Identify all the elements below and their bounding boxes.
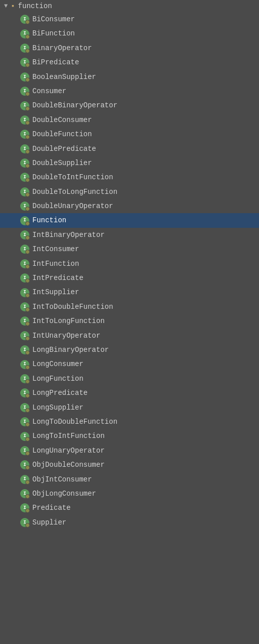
tree-item[interactable]: ISupplier: [0, 515, 259, 530]
class-icon: I: [20, 345, 29, 354]
tree-item[interactable]: IIntBinaryOperator: [0, 228, 259, 242]
tree-item[interactable]: IBiConsumer: [0, 12, 259, 26]
item-label: Function: [32, 215, 66, 226]
class-icon: I: [20, 331, 29, 340]
class-icon: I: [20, 432, 29, 441]
tree-items-list: IBiConsumerIBiFunctionIBinaryOperatorIBi…: [0, 12, 259, 530]
class-icon: I: [20, 202, 29, 211]
tree-item[interactable]: IIntSupplier: [0, 285, 259, 299]
class-icon: I: [20, 29, 29, 38]
item-label: IntFunction: [32, 258, 79, 269]
tree-item[interactable]: IIntToLongFunction: [0, 314, 259, 328]
tree-item[interactable]: IDoubleToLongFunction: [0, 185, 259, 199]
tree-item[interactable]: IPredicate: [0, 501, 259, 515]
item-label: Consumer: [32, 86, 66, 97]
tree-item[interactable]: IObjLongConsumer: [0, 487, 259, 501]
item-label: BiConsumer: [32, 14, 75, 25]
item-label: BooleanSupplier: [32, 71, 96, 83]
class-icon: I: [20, 388, 29, 397]
tree-item[interactable]: IObjDoubleConsumer: [0, 458, 259, 472]
class-icon: I: [20, 58, 29, 67]
class-icon: I: [20, 87, 29, 96]
tree-item[interactable]: ILongPredicate: [0, 386, 259, 400]
item-label: LongToIntFunction: [32, 430, 105, 441]
tree-item[interactable]: ILongConsumer: [0, 357, 259, 371]
tree-item[interactable]: IDoubleUnaryOperator: [0, 199, 259, 213]
class-icon: I: [20, 115, 29, 125]
item-label: DoubleConsumer: [32, 114, 92, 126]
class-icon: I: [20, 158, 29, 168]
item-label: IntBinaryOperator: [32, 229, 105, 240]
tree-container: ▼ ▪ function IBiConsumerIBiFunctionIBina…: [0, 0, 259, 530]
tree-item[interactable]: ILongBinaryOperator: [0, 343, 259, 357]
tree-header[interactable]: ▼ ▪ function: [0, 0, 259, 12]
tree-item[interactable]: ILongUnaryOperator: [0, 444, 259, 458]
class-icon: I: [20, 403, 29, 412]
tree-item[interactable]: ILongToIntFunction: [0, 429, 259, 443]
class-icon: I: [20, 230, 29, 239]
item-label: DoubleFunction: [32, 129, 92, 140]
class-icon: I: [20, 144, 29, 153]
class-icon: I: [20, 245, 29, 254]
item-label: ObjDoubleConsumer: [32, 459, 105, 470]
item-label: IntSupplier: [32, 287, 79, 298]
class-icon: I: [20, 489, 29, 498]
item-label: ObjIntConsumer: [32, 474, 92, 485]
item-label: DoubleUnaryOperator: [32, 200, 113, 212]
class-icon: I: [20, 259, 29, 268]
tree-item[interactable]: IIntPredicate: [0, 271, 259, 285]
item-label: DoublePredicate: [32, 143, 96, 154]
class-icon: I: [20, 187, 29, 196]
item-label: DoubleToIntFunction: [32, 172, 113, 183]
class-icon: I: [20, 503, 29, 512]
item-label: Supplier: [32, 517, 66, 528]
tree-item[interactable]: IIntFunction: [0, 257, 259, 271]
item-label: LongPredicate: [32, 387, 88, 398]
item-label: LongToDoubleFunction: [32, 416, 117, 427]
tree-item[interactable]: IDoubleConsumer: [0, 113, 259, 127]
class-icon: I: [20, 518, 29, 527]
tree-item[interactable]: IIntConsumer: [0, 242, 259, 256]
item-label: LongUnaryOperator: [32, 445, 105, 456]
tree-item[interactable]: IFunction: [0, 213, 259, 227]
item-label: BiPredicate: [32, 57, 79, 68]
tree-item[interactable]: ILongToDoubleFunction: [0, 415, 259, 429]
tree-item[interactable]: IBiFunction: [0, 26, 259, 41]
tree-item[interactable]: IDoubleSupplier: [0, 156, 259, 170]
item-label: DoubleBinaryOperator: [32, 100, 117, 111]
item-label: IntToLongFunction: [32, 315, 105, 327]
tree-item[interactable]: IObjIntConsumer: [0, 472, 259, 487]
item-label: LongBinaryOperator: [32, 344, 109, 355]
tree-item[interactable]: ILongSupplier: [0, 400, 259, 415]
tree-item[interactable]: IDoublePredicate: [0, 142, 259, 156]
tree-item[interactable]: ILongFunction: [0, 372, 259, 386]
class-icon: I: [20, 302, 29, 311]
tree-item[interactable]: IBiPredicate: [0, 55, 259, 69]
item-label: IntToDoubleFunction: [32, 301, 113, 312]
tree-item[interactable]: IIntToDoubleFunction: [0, 300, 259, 314]
class-icon: I: [20, 130, 29, 139]
tree-item[interactable]: IBooleanSupplier: [0, 70, 259, 84]
folder-icon: ▪: [11, 2, 15, 10]
class-icon: I: [20, 44, 29, 53]
class-icon: I: [20, 417, 29, 426]
item-label: LongConsumer: [32, 358, 83, 370]
tree-item[interactable]: IConsumer: [0, 84, 259, 98]
chevron-icon: ▼: [4, 3, 8, 10]
item-label: IntConsumer: [32, 244, 79, 255]
tree-item[interactable]: IIntUnaryOperator: [0, 329, 259, 343]
class-icon: I: [20, 374, 29, 383]
item-label: Predicate: [32, 502, 71, 513]
tree-item[interactable]: IDoubleToIntFunction: [0, 170, 259, 184]
tree-item[interactable]: IDoubleBinaryOperator: [0, 98, 259, 112]
tree-header-label: function: [18, 2, 52, 10]
tree-item[interactable]: IBinaryOperator: [0, 41, 259, 55]
class-icon: I: [20, 446, 29, 455]
class-icon: I: [20, 101, 29, 110]
class-icon: I: [20, 288, 29, 297]
tree-item[interactable]: IDoubleFunction: [0, 127, 259, 141]
class-icon: I: [20, 173, 29, 182]
class-icon: I: [20, 15, 29, 24]
item-label: DoubleToLongFunction: [32, 186, 117, 197]
item-label: IntUnaryOperator: [32, 330, 100, 341]
